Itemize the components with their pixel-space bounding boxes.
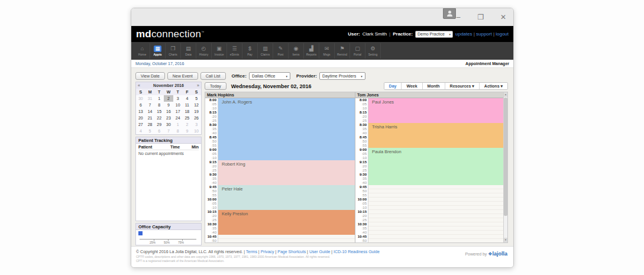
view-button-actions[interactable]: Actions ▾ [479,83,507,89]
calendar-day[interactable]: 31 [145,95,155,102]
time-slot-label: :35 [355,227,368,231]
nav-item-setting[interactable]: ⚙Setting [365,43,381,59]
appointment[interactable]: Robert King [218,160,355,185]
calendar-day[interactable]: 11 [183,102,192,108]
nav-item-estmts[interactable]: ☰eStmts [227,43,242,59]
calendar-day[interactable]: 27 [136,121,145,128]
nav-item-pay[interactable]: $Pay [242,43,258,59]
calendar-day[interactable]: 4 [136,128,145,134]
scroll-up-icon[interactable]: ▲ [504,92,507,97]
calendar-day[interactable]: 8 [173,128,183,134]
calendar-day[interactable]: 10 [173,102,183,108]
calendar-day[interactable]: 15 [154,108,164,115]
calendar-day[interactable]: 13 [136,108,145,115]
practice-select[interactable]: Demo Practice▾ [415,31,453,38]
main-nav: ⌂Home▦Appts❐Charts▤Data◴History▣Invoice☰… [131,42,513,60]
nav-item-reports[interactable]: ▟Reports [304,43,319,59]
footer-link-user-guide[interactable]: User Guide [309,250,330,254]
calendar-day[interactable]: 6 [136,102,145,108]
calendar-day[interactable]: 7 [164,128,173,134]
nav-item-appts[interactable]: ▦Appts [150,43,166,59]
calendar-day[interactable]: 25 [183,115,192,121]
calendar-day[interactable]: 8 [154,102,164,108]
footer-link-icd-10-readiness-guide[interactable]: ICD-10 Readiness Guide [334,250,380,254]
calendar-day[interactable]: 3 [173,95,183,102]
appointment[interactable]: Kelly Preston [218,210,355,235]
provider-select[interactable]: Daytime Providers▾ [319,72,365,80]
header-link-logout[interactable]: logout [496,31,509,37]
calendar-day[interactable]: 24 [173,115,183,121]
calendar-day[interactable]: 1 [154,95,164,102]
nav-item-post[interactable]: ✎Post [273,43,289,59]
calendar-day[interactable]: 7 [145,102,155,108]
lajolla-brand[interactable]: lajolla [492,251,507,257]
mdconnection-logo[interactable]: mdconnection™ [136,28,204,40]
scrollbar-thumb[interactable] [504,98,507,216]
calendar-day[interactable]: 20 [136,115,145,121]
new-event-button[interactable]: New Event [167,72,198,80]
appointment[interactable]: Peter Hale [218,185,355,210]
calendar-day[interactable]: 12 [192,102,201,108]
nav-item-claims[interactable]: ▥Claims [258,43,273,59]
nav-item-invoice[interactable]: ▣Invoice [212,43,227,59]
calendar-day[interactable]: 10 [192,128,201,134]
calendar-day[interactable]: 3 [192,121,201,128]
calendar-day[interactable]: 28 [145,121,155,128]
scrollbar[interactable]: ▲ ▼ [503,92,507,242]
call-list-button[interactable]: Call List [200,72,226,80]
view-button-resources[interactable]: Resources ▾ [445,83,479,89]
calendar-day[interactable]: 22 [154,115,164,121]
calendar-day[interactable]: 19 [192,108,201,115]
calendar-day[interactable]: 4 [183,95,192,102]
restore-button[interactable]: ❐ [477,13,485,21]
view-button-day[interactable]: Day [384,83,402,89]
calendar-day[interactable]: 16 [164,108,173,115]
appointment-canvas[interactable]: Paul JonesTrisha HarrisPaula Brendon [368,98,504,242]
today-button[interactable]: Today [205,82,226,90]
appointment[interactable]: Paula Brendon [368,148,504,185]
calendar-day[interactable]: 2 [164,95,173,102]
window-titlebar[interactable]: – ❐ ✕ [131,8,513,26]
calendar-day[interactable]: 9 [183,128,192,134]
calendar-day[interactable]: 30 [164,121,173,128]
view-button-week[interactable]: Week [401,83,422,89]
calendar-day[interactable]: 1 [173,121,183,128]
appointment[interactable]: Paul Jones [368,98,504,123]
calendar-day[interactable]: 5 [192,95,201,102]
nav-item-history[interactable]: ◴History [196,43,212,59]
view-date-button[interactable]: View Date [135,72,165,80]
footer-link-page-shortcuts[interactable]: Page Shortcuts [277,250,306,254]
nav-item-charts[interactable]: ❐Charts [166,43,181,59]
appointment[interactable]: John A. Rogers [218,98,355,160]
appointment[interactable]: Trisha Harris [368,123,504,148]
calendar-day[interactable]: 23 [164,115,173,121]
nav-item-data[interactable]: ▤Data [181,43,196,59]
nav-item-msgs[interactable]: ✉Msgs [319,43,335,59]
calendar-day[interactable]: 14 [145,108,155,115]
scroll-down-icon[interactable]: ▼ [504,238,507,242]
appointment-canvas[interactable]: John A. RogersRobert KingPeter HaleKelly… [218,98,355,242]
header-link-updates[interactable]: updates [455,31,472,37]
view-button-month[interactable]: Month [422,83,445,89]
office-select[interactable]: Dallas Office▾ [249,72,290,80]
calendar-day[interactable]: 18 [183,108,192,115]
calendar-day[interactable]: 21 [145,115,155,121]
minimize-button[interactable]: – [454,13,462,21]
footer-link-terms[interactable]: Terms [246,250,257,254]
nav-item-remind[interactable]: ⚑Remind [335,43,350,59]
nav-item-items[interactable]: ◉Items [289,43,304,59]
calendar-day[interactable]: 9 [164,102,173,108]
nav-item-portal[interactable]: ▢Portal [350,43,365,59]
footer-link-privacy[interactable]: Privacy [261,250,274,254]
calendar-day[interactable]: 2 [183,121,192,128]
calendar-day[interactable]: 30 [136,95,145,102]
calendar-day[interactable]: 17 [173,108,183,115]
calendar-day[interactable]: 6 [154,128,164,134]
calendar-day[interactable]: 26 [192,115,201,121]
calendar-day[interactable]: 5 [145,128,155,134]
nav-item-home[interactable]: ⌂Home [135,43,150,59]
header-link-support[interactable]: support [476,31,492,37]
calendar-next-icon[interactable]: » [197,83,199,88]
close-button[interactable]: ✕ [499,13,507,21]
calendar-day[interactable]: 29 [154,121,164,128]
